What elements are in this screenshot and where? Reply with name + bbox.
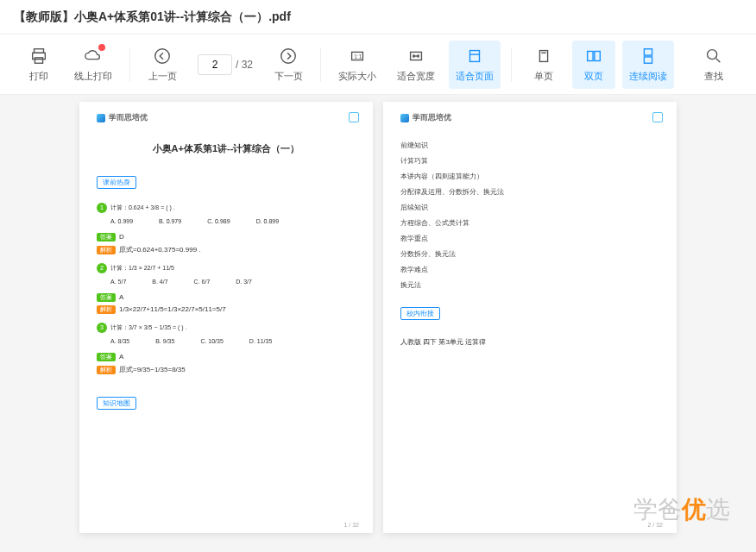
continuous-icon [638, 46, 658, 66]
question-1: 1计算：0.624 + 3/8 = ( ) . A. 0.999B. 0.979… [97, 203, 356, 224]
print-icon [28, 46, 49, 66]
svg-line-17 [716, 59, 721, 63]
section-map: 知识地图 [97, 397, 136, 410]
notification-dot [98, 44, 105, 51]
double-page-icon [583, 46, 604, 66]
svg-rect-15 [644, 57, 652, 63]
corner-icon [349, 112, 359, 122]
page-number: 1 / 32 [343, 522, 359, 528]
toolbar: 打印 线上打印 上一页 / 32 下一页 1:1 实际大小 适合宽度 适合页面 … [0, 34, 756, 95]
next-page-button[interactable]: 下一页 [267, 41, 310, 89]
single-page-icon [533, 46, 554, 66]
single-page-button[interactable]: 单页 [522, 41, 565, 89]
page-input-group: / 32 [198, 54, 253, 75]
page-number-input[interactable] [198, 54, 232, 75]
pdf-viewer[interactable]: 学而思培优 小奥A+体系第1讲--计算综合（一） 课前热身 1计算：0.624 … [0, 95, 756, 552]
chevron-right-icon [278, 46, 299, 66]
fit-width-icon [406, 46, 426, 66]
prev-page-button[interactable]: 上一页 [141, 41, 184, 89]
brand-icon [400, 114, 409, 122]
fit-page-button[interactable]: 适合页面 [449, 41, 501, 89]
question-2: 2计算：1/3 × 22/7 + 11/5 A. 5/7B. 4/7C. 6/7… [97, 263, 356, 285]
chevron-left-icon [152, 46, 173, 66]
continuous-button[interactable]: 连续阅读 [622, 41, 674, 89]
fit-page-icon [464, 46, 485, 66]
svg-rect-14 [644, 49, 652, 55]
svg-rect-10 [539, 51, 547, 62]
page-right: 学而思培优 前继知识 计算巧算 本讲内容（四则速算能力） 分配律及运用、分数拆分… [383, 102, 677, 533]
search-button[interactable]: 查找 [692, 41, 735, 89]
print-button[interactable]: 打印 [17, 41, 60, 89]
svg-text:1:1: 1:1 [354, 53, 362, 60]
svg-rect-2 [35, 58, 42, 63]
svg-rect-13 [595, 52, 600, 61]
section-school: 校内衔接 [400, 307, 440, 320]
svg-rect-0 [35, 49, 44, 53]
lesson-title: 小奥A+体系第1讲--计算综合（一） [97, 142, 356, 155]
actual-size-icon: 1:1 [347, 46, 368, 66]
brand-header: 学而思培优 [97, 112, 356, 123]
header-bar: 【教师版】小奥A+体系第01讲--计算综合（一）.pdf [0, 0, 756, 34]
brand-header: 学而思培优 [400, 112, 659, 123]
page-left: 学而思培优 小奥A+体系第1讲--计算综合（一） 课前热身 1计算：0.624 … [79, 102, 373, 533]
double-page-button[interactable]: 双页 [572, 41, 615, 89]
svg-rect-8 [470, 51, 480, 62]
cloud-icon [83, 46, 104, 66]
page-total: / 32 [236, 59, 253, 71]
corner-icon [652, 112, 663, 122]
svg-point-4 [281, 49, 296, 64]
document-title: 【教师版】小奥A+体系第01讲--计算综合（一）.pdf [14, 9, 291, 25]
divider [511, 47, 512, 82]
online-print-button[interactable]: 线上打印 [67, 41, 119, 89]
search-icon [703, 46, 724, 66]
divider [129, 47, 130, 82]
divider [320, 47, 321, 82]
curriculum-line: 人教版 四下 第3单元 运算律 [400, 337, 659, 347]
fit-width-button[interactable]: 适合宽度 [390, 41, 442, 89]
brand-icon [97, 114, 105, 122]
section-warmup: 课前热身 [97, 176, 136, 189]
knowledge-outline: 前继知识 计算巧算 本讲内容（四则速算能力） 分配律及运用、分数拆分、换元法 后… [400, 141, 659, 290]
question-3: 3计算：3/7 × 3/5 − 1/35 = ( ) . A. 8/35B. 9… [97, 323, 356, 344]
actual-size-button[interactable]: 1:1 实际大小 [331, 41, 383, 89]
svg-rect-12 [588, 52, 593, 61]
watermark: 学爸优选 [633, 493, 730, 526]
svg-point-16 [708, 50, 717, 60]
svg-point-3 [155, 49, 170, 64]
